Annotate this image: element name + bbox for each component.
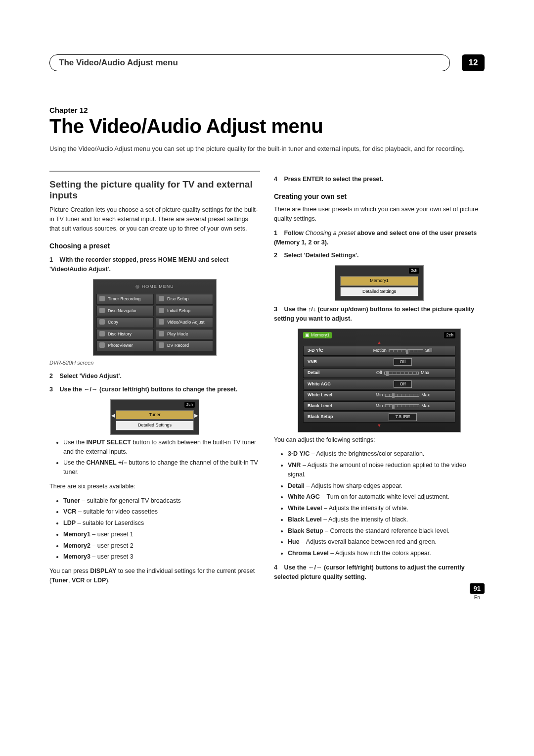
preset-desc: – suitable for general TV broadcasts xyxy=(80,497,181,504)
osd-row-selected[interactable]: ◀ Tuner ▶ xyxy=(116,410,194,420)
value-box[interactable]: 7.5 IRE xyxy=(389,413,416,421)
step-text: With the recorder stopped, press HOME ME… xyxy=(49,256,228,273)
setting-item: Chroma Level – Adjusts how rich the colo… xyxy=(288,549,485,558)
osd-item[interactable]: PhotoViewer xyxy=(96,340,154,351)
step-text: (cursor left/right) buttons to change th… xyxy=(98,386,238,393)
photo-icon xyxy=(99,342,105,348)
detail-row[interactable]: DetailOffMax xyxy=(303,368,455,378)
scroll-down-icon: ▼ xyxy=(300,424,458,428)
slider-knob[interactable] xyxy=(392,393,395,398)
right-step-1: 1 Follow Choosing a preset above and sel… xyxy=(274,229,485,247)
slider-track[interactable] xyxy=(385,404,419,407)
osd-item[interactable]: DV Record xyxy=(156,340,213,351)
osd-item[interactable]: Disc Navigator xyxy=(96,306,154,317)
preset-list: Tuner – suitable for general TV broadcas… xyxy=(49,496,260,562)
key: Tuner xyxy=(51,577,68,584)
chapter-number-badge: 12 xyxy=(462,54,485,71)
osd-row-selected[interactable]: Memory1 xyxy=(340,276,418,286)
slider-max-label: Max xyxy=(421,370,429,377)
osd-item-label: Disc History xyxy=(108,331,132,336)
value-box[interactable]: Off xyxy=(394,380,412,388)
step-number: 1 xyxy=(274,230,277,236)
slider-knob[interactable] xyxy=(392,404,395,409)
triangle-right-icon: ▶ xyxy=(194,412,198,419)
tip-item: Use the CHANNEL +/– buttons to change th… xyxy=(63,458,260,477)
detail-row[interactable]: White LevelMinMax xyxy=(303,390,455,400)
adjust-icon xyxy=(159,319,164,325)
setting-item: 3-D Y/C – Adjusts the brightness/color s… xyxy=(288,449,485,459)
osd-caption: DVR-520H screen xyxy=(49,359,260,367)
osd-item[interactable]: Initial Setup xyxy=(156,306,213,317)
preset-item: Tuner – suitable for general TV broadcas… xyxy=(63,496,260,506)
detail-row-value: MinMax xyxy=(355,392,451,399)
page-language: En xyxy=(470,595,485,600)
osd-home-col-left: Timer Recording Disc Navigator Copy Disc… xyxy=(96,293,154,352)
osd-item[interactable]: Video/Audio Adjust xyxy=(156,317,213,328)
slider-track[interactable] xyxy=(385,394,419,397)
osd-item[interactable]: Disc Setup xyxy=(156,294,213,305)
value-box[interactable]: Off xyxy=(394,358,412,366)
page-header: The Video/Audio Adjust menu 12 xyxy=(49,54,485,71)
slider-knob[interactable] xyxy=(386,371,389,376)
arrow-left-right-icon: ←/→ xyxy=(308,564,322,571)
setting-item: Detail – Adjusts how sharp edges appear. xyxy=(288,481,485,491)
detail-row[interactable]: VNROff xyxy=(303,357,455,368)
scroll-up-icon: ▲ xyxy=(300,340,458,345)
channel-badge: 2ch xyxy=(409,268,419,274)
detail-row[interactable]: Black Setup7.5 IRE xyxy=(303,412,455,423)
text: or xyxy=(85,577,93,584)
setting-desc: – Adjusts the amount of noise reduction … xyxy=(288,462,466,478)
setting-desc: – Adjusts overall balance between red an… xyxy=(300,538,437,545)
chapter-label: Chapter 12 xyxy=(49,106,485,114)
osd-item[interactable]: Copy xyxy=(96,317,154,328)
preset-item: VCR – suitable for video cassettes xyxy=(63,507,260,517)
detail-row-name: White AGC xyxy=(308,381,355,388)
osd-item[interactable]: Disc History xyxy=(96,329,154,340)
osd-item-label: Copy xyxy=(108,320,118,325)
text: ). xyxy=(106,577,110,584)
setting-item: White AGC – Turn on for automatic white … xyxy=(288,492,485,502)
osd-item-label: Disc Navigator xyxy=(108,308,137,313)
osd-logo-text: HOME MENU xyxy=(142,284,174,289)
setting-desc: – Adjusts how rich the colors appear. xyxy=(329,550,431,557)
osd-item[interactable]: Timer Recording xyxy=(96,294,154,305)
osd-row[interactable]: Detailed Settings xyxy=(116,421,194,430)
osd-row[interactable]: Detailed Settings xyxy=(340,287,418,297)
camera-icon xyxy=(159,342,164,348)
setup-icon xyxy=(159,296,164,301)
step-number: 3 xyxy=(274,306,277,313)
tip-text: Use the xyxy=(63,459,87,466)
preset-desc: – suitable for Laserdiscs xyxy=(76,520,144,526)
slider-knob[interactable] xyxy=(406,349,408,354)
setting-item: Hue – Adjusts overall balance between re… xyxy=(288,537,485,547)
step-1: 1 With the recorder stopped, press HOME … xyxy=(49,255,260,274)
slider-track[interactable] xyxy=(389,349,423,352)
preset-item: Memory2 – user preset 2 xyxy=(63,541,260,551)
detail-row[interactable]: White AGCOff xyxy=(303,379,455,390)
step-text: Press ENTER to select the preset. xyxy=(284,176,383,183)
detail-row[interactable]: Black LevelMinMax xyxy=(303,401,455,411)
preset-item: LDP – suitable for Laserdiscs xyxy=(63,519,260,528)
section-body: Picture Creation lets you choose a set o… xyxy=(49,205,260,233)
display-note: You can press DISPLAY to see the individ… xyxy=(49,567,260,585)
setting-item: White Level – Adjusts the intensity of w… xyxy=(288,504,485,513)
preset-name: Tuner xyxy=(63,497,80,504)
step-number: 4 xyxy=(274,176,277,183)
header-title-pill: The Video/Audio Adjust menu xyxy=(49,54,450,71)
osd-row-label: Tuner xyxy=(149,412,160,417)
osd-item[interactable]: Play Mode xyxy=(156,329,213,340)
presets-intro: There are six presets available: xyxy=(49,482,260,491)
osd-row-label: Detailed Settings xyxy=(362,289,396,294)
preset-name: VCR xyxy=(63,508,76,515)
step-2: 2 Select 'Video Adjust'. xyxy=(49,372,260,381)
slider-track[interactable] xyxy=(384,372,419,375)
setting-desc: – Adjusts how sharp edges appear. xyxy=(305,482,402,489)
detail-row[interactable]: 3-D Y/CMotionStill xyxy=(303,346,455,356)
right-step-3: 3 Use the ↑/↓ (cursor up/down) buttons t… xyxy=(274,305,485,324)
key: DISPLAY xyxy=(90,567,116,574)
osd-preset-label: ▣ Memory1 xyxy=(303,332,332,339)
clock-icon xyxy=(99,296,105,301)
slider-min-label: Min xyxy=(376,392,383,399)
tip-key: CHANNEL +/– xyxy=(87,459,127,466)
detail-row-name: White Level xyxy=(308,392,355,399)
